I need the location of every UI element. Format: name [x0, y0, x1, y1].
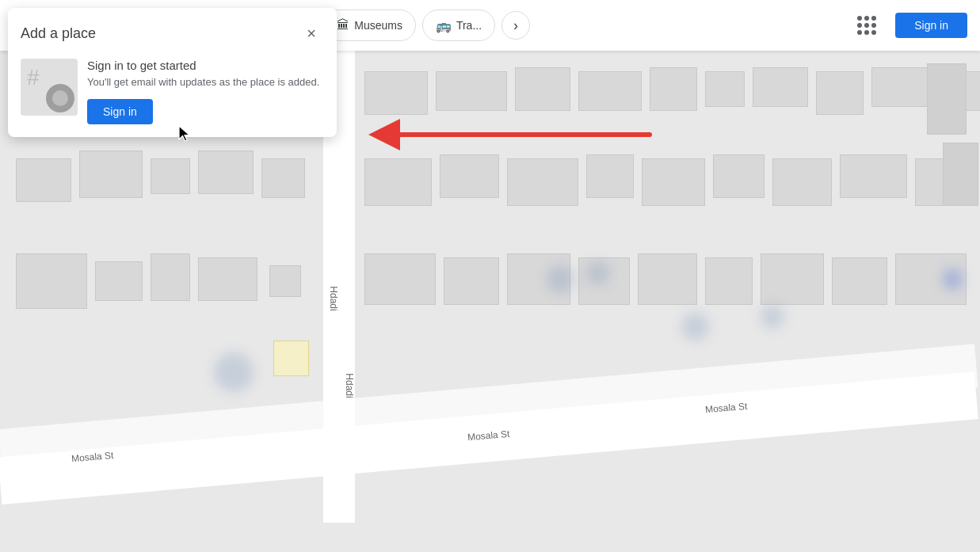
signin-prompt: Sign in to get started [87, 59, 324, 72]
add-place-dialog: Add a place × # Sign in to get started Y… [8, 8, 337, 137]
person-avatar [46, 84, 74, 112]
more-chips-button[interactable]: › [501, 11, 530, 40]
avatar-placeholder: # [21, 59, 78, 116]
close-button[interactable]: × [299, 21, 324, 46]
dialog-body: # Sign in to get started You'll get emai… [21, 59, 324, 124]
chip-museums-label: Museums [354, 19, 402, 32]
chip-museums[interactable]: 🏛 Museums [323, 10, 416, 41]
apps-button[interactable] [851, 10, 883, 41]
close-icon: × [307, 25, 316, 43]
apps-grid-icon [857, 16, 876, 35]
more-icon: › [513, 17, 518, 34]
sign-in-button-top[interactable]: Sign in [895, 13, 967, 38]
dialog-title: Add a place [21, 25, 96, 42]
sign-in-button-dialog[interactable]: Sign in [87, 99, 153, 124]
road-label-hdadi-1: Hdadi [328, 286, 339, 310]
signin-description: You'll get email with updates as the pla… [87, 75, 324, 89]
chip-transit-label: Tra... [456, 19, 482, 32]
dialog-header: Add a place × [21, 21, 324, 46]
dialog-text: Sign in to get started You'll get email … [87, 59, 324, 124]
hash-icon: # [27, 65, 40, 90]
transit-icon: 🚌 [436, 18, 452, 33]
road-label-hdadi-2: Hdadi [344, 373, 355, 398]
museums-icon: 🏛 [337, 18, 349, 32]
chip-transit[interactable]: 🚌 Tra... [422, 10, 495, 41]
